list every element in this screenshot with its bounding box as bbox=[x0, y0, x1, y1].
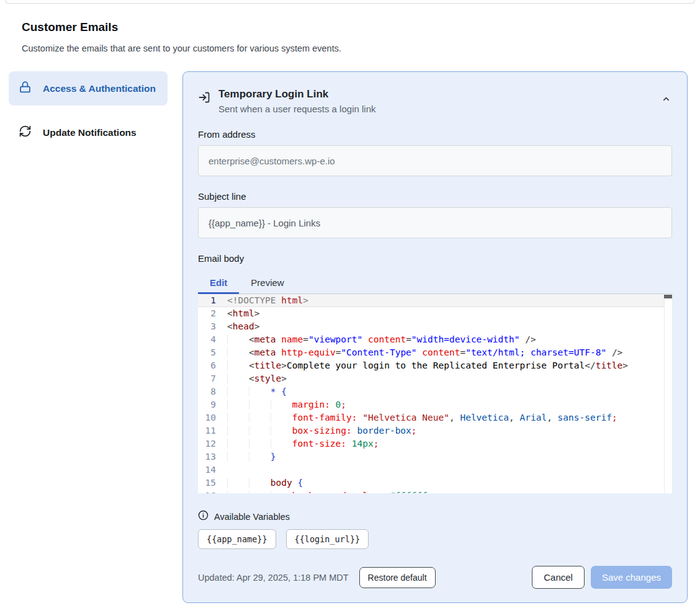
cancel-button[interactable]: Cancel bbox=[532, 566, 585, 589]
main-layout: Access & Authentication Update Notificat… bbox=[9, 71, 688, 603]
editor-scrollbar-thumb[interactable] bbox=[664, 295, 672, 298]
sidebar: Access & Authentication Update Notificat… bbox=[9, 71, 168, 145]
line-number: 7 bbox=[198, 372, 216, 385]
card-footer: Updated: Apr 29, 2025, 1:18 PM MDT Resto… bbox=[198, 566, 672, 589]
variable-chips: {{app_name}} {{login_url}} bbox=[198, 529, 672, 549]
code-line: 5 <meta http-equiv="Content-Type" conten… bbox=[198, 346, 672, 359]
variable-chip-login-url[interactable]: {{login_url}} bbox=[286, 529, 369, 549]
code-line: 11 box-sizing: border-box; bbox=[198, 424, 672, 437]
line-number: 8 bbox=[198, 385, 216, 398]
code-line: 14 bbox=[198, 463, 672, 476]
line-number: 9 bbox=[198, 398, 216, 411]
line-number: 16 bbox=[198, 490, 216, 493]
code-line: 10 font-family: "Helvetica Neue", Helvet… bbox=[198, 411, 672, 424]
line-number: 4 bbox=[198, 333, 216, 346]
sidebar-item-label: Access & Authentication bbox=[43, 81, 156, 96]
line-number: 10 bbox=[198, 411, 216, 424]
subject-line-label: Subject line bbox=[198, 191, 672, 202]
line-number: 15 bbox=[198, 476, 216, 490]
code-line: 15 body { bbox=[198, 476, 672, 490]
restore-default-button[interactable]: Restore default bbox=[359, 567, 436, 588]
refresh-icon bbox=[19, 125, 32, 140]
from-address-label: From address bbox=[198, 129, 672, 140]
sidebar-item-update-notifications[interactable]: Update Notifications bbox=[9, 120, 168, 145]
from-address-input[interactable] bbox=[198, 145, 672, 176]
email-template-card: Temporary Login Link Sent when a user re… bbox=[182, 71, 688, 603]
line-number: 5 bbox=[198, 346, 216, 359]
code-line: 13 } bbox=[198, 450, 672, 463]
card-title: Temporary Login Link bbox=[218, 88, 375, 101]
code-line: 6 <title>Complete your login to the Repl… bbox=[198, 359, 672, 372]
collapse-section-button[interactable] bbox=[660, 93, 672, 107]
code-line: 2<html> bbox=[198, 307, 672, 320]
code-line: 1<!DOCTYPE html> bbox=[198, 294, 672, 307]
line-number: 3 bbox=[198, 320, 216, 333]
code-line: 4 <meta name="viewport" content="width=d… bbox=[198, 333, 672, 346]
page-title: Customer Emails bbox=[22, 20, 700, 34]
tab-edit[interactable]: Edit bbox=[198, 271, 239, 293]
tab-preview[interactable]: Preview bbox=[239, 271, 295, 293]
save-changes-button[interactable]: Save changes bbox=[591, 566, 672, 589]
code-line: 12 font-size: 14px; bbox=[198, 437, 672, 450]
previous-card-edge bbox=[5, 0, 695, 4]
editor-scrollbar-track[interactable] bbox=[664, 294, 672, 493]
card-header: Temporary Login Link Sent when a user re… bbox=[198, 88, 672, 114]
updated-timestamp: Updated: Apr 29, 2025, 1:18 PM MDT bbox=[198, 573, 349, 583]
line-number: 11 bbox=[198, 424, 216, 437]
info-icon bbox=[198, 510, 209, 523]
email-body-editor[interactable]: 1<!DOCTYPE html>2<html>3<head>4 <meta na… bbox=[198, 294, 672, 493]
available-variables-label: Available Variables bbox=[214, 512, 290, 522]
chevron-up-icon bbox=[662, 96, 671, 105]
editor-tabs: Edit Preview bbox=[198, 271, 672, 294]
line-number: 14 bbox=[198, 463, 216, 476]
code-line: 16 background-color: #ffffff; bbox=[198, 490, 672, 493]
line-number: 6 bbox=[198, 359, 216, 372]
card-header-text: Temporary Login Link Sent when a user re… bbox=[218, 88, 375, 114]
subject-line-input[interactable] bbox=[198, 207, 672, 238]
card-subtitle: Sent when a user requests a login link bbox=[218, 104, 375, 114]
lock-icon bbox=[19, 81, 32, 96]
code-line: 8 * { bbox=[198, 385, 672, 398]
sidebar-item-label: Update Notifications bbox=[43, 125, 137, 140]
page-subtitle: Customize the emails that are sent to yo… bbox=[22, 43, 700, 53]
code-editor-lines: 1<!DOCTYPE html>2<html>3<head>4 <meta na… bbox=[198, 294, 672, 493]
log-in-icon bbox=[198, 91, 210, 106]
sidebar-item-access-authentication[interactable]: Access & Authentication bbox=[9, 71, 168, 105]
line-number: 13 bbox=[198, 450, 216, 463]
email-body-label: Email body bbox=[198, 253, 672, 264]
code-line: 9 margin: 0; bbox=[198, 398, 672, 411]
variable-chip-app-name[interactable]: {{app_name}} bbox=[198, 529, 276, 549]
available-variables-row: Available Variables bbox=[198, 510, 672, 523]
line-number: 1 bbox=[198, 294, 216, 307]
line-number: 2 bbox=[198, 307, 216, 320]
code-line: 7 <style> bbox=[198, 372, 672, 385]
code-line: 3<head> bbox=[198, 320, 672, 333]
line-number: 12 bbox=[198, 437, 216, 450]
